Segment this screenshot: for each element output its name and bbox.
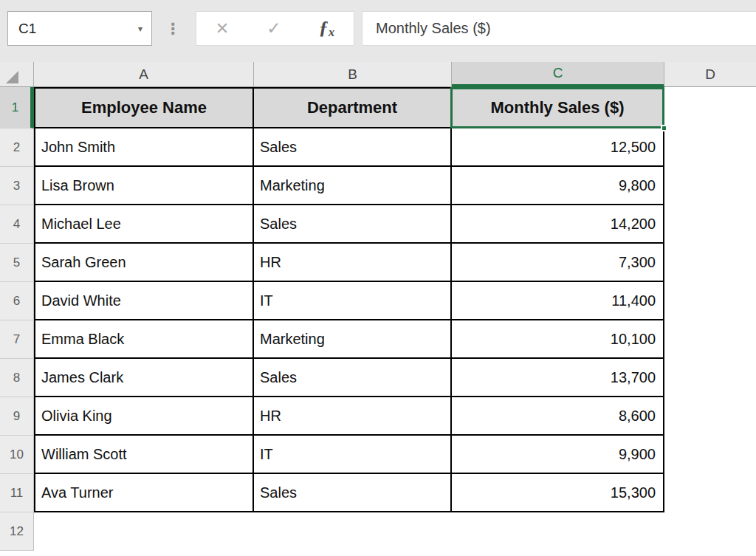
table-row: 12 bbox=[0, 512, 756, 551]
cell-C11[interactable]: 15,300 bbox=[452, 474, 664, 512]
column-header-d[interactable]: D bbox=[664, 62, 756, 87]
cell-B1[interactable]: Department bbox=[254, 87, 452, 128]
cell-A3[interactable]: Lisa Brown bbox=[34, 167, 254, 205]
cell-A2[interactable]: John Smith bbox=[34, 128, 254, 167]
vertical-dots-icon: ⋮ bbox=[165, 11, 180, 46]
cell-B8[interactable]: Sales bbox=[254, 359, 452, 397]
table-row: 6David WhiteIT11,400 bbox=[0, 282, 756, 320]
cell-C8[interactable]: 13,700 bbox=[452, 359, 664, 397]
fill-handle[interactable] bbox=[661, 125, 667, 131]
row-header-6[interactable]: 6 bbox=[0, 282, 34, 320]
cell-B2[interactable]: Sales bbox=[254, 128, 452, 167]
data-rows: 2John SmithSales12,5003Lisa BrownMarketi… bbox=[0, 128, 756, 512]
enter-icon[interactable]: ✓ bbox=[267, 20, 281, 37]
row-header-9[interactable]: 9 bbox=[0, 397, 34, 436]
name-box-dropdown-icon[interactable]: ▾ bbox=[138, 24, 151, 34]
row-header-8[interactable]: 8 bbox=[0, 359, 34, 397]
column-header-c[interactable]: C bbox=[452, 62, 664, 87]
cell-A7[interactable]: Emma Black bbox=[34, 320, 254, 359]
cell-C1-active[interactable]: Monthly Sales ($) bbox=[452, 87, 664, 128]
formula-bar-value: Monthly Sales ($) bbox=[376, 20, 491, 37]
table-row: 10William ScottIT9,900 bbox=[0, 436, 756, 474]
row-header-5[interactable]: 5 bbox=[0, 244, 34, 282]
cell-B9[interactable]: HR bbox=[254, 397, 452, 436]
row-header-7[interactable]: 7 bbox=[0, 320, 34, 359]
select-all-corner[interactable] bbox=[0, 62, 34, 87]
table-row: 4Michael LeeSales14,200 bbox=[0, 205, 756, 244]
name-box[interactable]: C1 ▾ bbox=[7, 11, 152, 46]
cell-A5[interactable]: Sarah Green bbox=[34, 244, 254, 282]
table-row: 8James ClarkSales13,700 bbox=[0, 359, 756, 397]
cell-B4[interactable]: Sales bbox=[254, 205, 452, 244]
row-header-1[interactable]: 1 bbox=[0, 87, 34, 128]
cell-C6[interactable]: 11,400 bbox=[452, 282, 664, 320]
formula-bar-band: C1 ▾ ⋮ ✕ ✓ ƒx Monthly Sales ($) bbox=[0, 0, 756, 58]
table-row: 5Sarah GreenHR7,300 bbox=[0, 244, 756, 282]
cell-C2[interactable]: 12,500 bbox=[452, 128, 664, 167]
cell-A9[interactable]: Olivia King bbox=[34, 397, 254, 436]
table-row: 9Olivia KingHR8,600 bbox=[0, 397, 756, 436]
table-row: 11Ava TurnerSales15,300 bbox=[0, 474, 756, 512]
cell-B10[interactable]: IT bbox=[254, 436, 452, 474]
excel-window: C1 ▾ ⋮ ✕ ✓ ƒx Monthly Sales ($) A B C D … bbox=[0, 0, 756, 556]
table-row: 3Lisa BrownMarketing9,800 bbox=[0, 167, 756, 205]
cell-C9[interactable]: 8,600 bbox=[452, 397, 664, 436]
cell-C10[interactable]: 9,900 bbox=[452, 436, 664, 474]
table-row: 7Emma BlackMarketing10,100 bbox=[0, 320, 756, 359]
cell-B7[interactable]: Marketing bbox=[254, 320, 452, 359]
row-header-10[interactable]: 10 bbox=[0, 436, 34, 474]
cell-C1-value: Monthly Sales ($) bbox=[491, 98, 625, 117]
select-all-triangle-icon bbox=[6, 71, 18, 83]
cancel-icon[interactable]: ✕ bbox=[216, 21, 229, 37]
fx-x-glyph: x bbox=[329, 25, 335, 39]
name-box-value: C1 bbox=[8, 21, 36, 37]
cell-B6[interactable]: IT bbox=[254, 282, 452, 320]
cell-B5[interactable]: HR bbox=[254, 244, 452, 282]
table-row: 2John SmithSales12,500 bbox=[0, 128, 756, 167]
row-header-4[interactable]: 4 bbox=[0, 205, 34, 244]
insert-function-icon[interactable]: ƒx bbox=[319, 18, 335, 38]
column-headers-row: A B C D bbox=[0, 62, 756, 87]
formula-buttons-group: ✕ ✓ ƒx bbox=[196, 11, 354, 46]
cell-A11[interactable]: Ava Turner bbox=[34, 474, 254, 512]
cell-C3[interactable]: 9,800 bbox=[452, 167, 664, 205]
cell-C4[interactable]: 14,200 bbox=[452, 205, 664, 244]
cell-C7[interactable]: 10,100 bbox=[452, 320, 664, 359]
row-header-3[interactable]: 3 bbox=[0, 167, 34, 205]
column-header-b[interactable]: B bbox=[254, 62, 452, 87]
formula-bar[interactable]: Monthly Sales ($) bbox=[362, 11, 756, 46]
cell-A1[interactable]: Employee Name bbox=[34, 87, 254, 128]
cell-B3[interactable]: Marketing bbox=[254, 167, 452, 205]
row-header-2[interactable]: 2 bbox=[0, 128, 34, 167]
row-header-11[interactable]: 11 bbox=[0, 474, 34, 512]
table-row: 1 Employee Name Department Monthly Sales… bbox=[0, 87, 756, 128]
column-header-a[interactable]: A bbox=[34, 62, 254, 87]
cell-B11[interactable]: Sales bbox=[254, 474, 452, 512]
fx-f-glyph: ƒ bbox=[319, 17, 329, 38]
row-header-12[interactable]: 12 bbox=[0, 512, 34, 551]
cell-A6[interactable]: David White bbox=[34, 282, 254, 320]
cell-A4[interactable]: Michael Lee bbox=[34, 205, 254, 244]
cell-C5[interactable]: 7,300 bbox=[452, 244, 664, 282]
cell-A10[interactable]: William Scott bbox=[34, 436, 254, 474]
cell-A8[interactable]: James Clark bbox=[34, 359, 254, 397]
